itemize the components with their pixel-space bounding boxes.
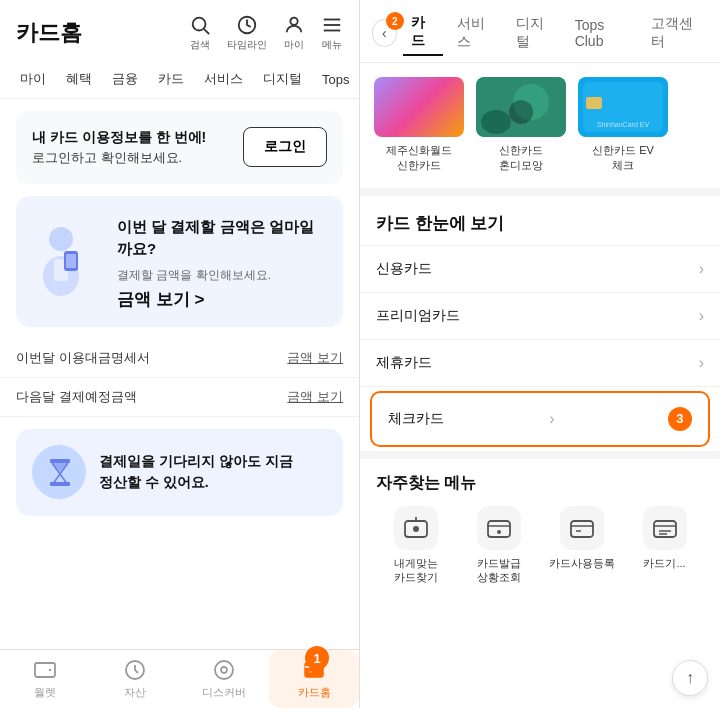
amount-button[interactable]: 금액 보기 >: [117, 288, 327, 311]
freq-item-3[interactable]: 카드사용등록: [542, 506, 621, 585]
search-icon-btn[interactable]: 검색: [189, 14, 211, 52]
svg-point-25: [509, 100, 533, 124]
tab-tops-club[interactable]: Tops Club: [567, 13, 637, 53]
svg-rect-36: [571, 521, 593, 537]
timeline-label: 타임라인: [227, 38, 267, 52]
my-label: 마이: [284, 38, 304, 52]
left-header: 카드홈 검색 타임라인 마이: [0, 0, 359, 60]
nav-digital[interactable]: 디지털: [255, 64, 310, 94]
svg-rect-21: [308, 671, 313, 673]
info-label-2: 다음달 결제예정금액: [16, 388, 137, 406]
right-header: ‹ 2 카드 서비스 디지털 Tops Club 고객센터: [360, 0, 720, 63]
svg-point-18: [221, 667, 227, 673]
page-title: 카드홈: [16, 18, 82, 48]
freq-icon-4: [643, 506, 687, 550]
nav-tops[interactable]: Tops: [314, 66, 357, 93]
info-row-2: 다음달 결제예정금액 금액 보기: [0, 378, 359, 417]
badge-1: 1: [305, 646, 329, 670]
freq-grid: 내게맞는카드찾기 카드발급상황조회 카드사용등록: [360, 502, 720, 593]
chevron-premium: ›: [699, 307, 704, 325]
section-divider-2: [360, 451, 720, 459]
card-name-2: 신한카드혼디모앙: [499, 143, 543, 174]
svg-rect-13: [50, 459, 70, 463]
payment-sub: 결제할 금액을 확인해보세요.: [117, 267, 327, 284]
menu-credit[interactable]: 신용카드 ›: [360, 246, 720, 293]
section-divider: [360, 188, 720, 196]
svg-line-1: [204, 29, 209, 34]
card-item-2[interactable]: 신한카드혼디모앙: [476, 77, 566, 174]
tab-customer[interactable]: 고객센터: [643, 11, 708, 55]
freq-item-1[interactable]: 내게맞는카드찾기: [376, 506, 455, 585]
svg-rect-28: [586, 97, 602, 109]
card-item-3[interactable]: ShinhanCard EV 신한카드 EV체크: [578, 77, 668, 174]
freq-item-4[interactable]: 카드기...: [625, 506, 704, 585]
freq-icon-2: [477, 506, 521, 550]
nav-cardhome-label: 카드홈: [298, 685, 331, 700]
payment-illustration: [26, 221, 106, 301]
menu-premium[interactable]: 프리미엄카드 ›: [360, 293, 720, 340]
chevron-affiliate: ›: [699, 354, 704, 372]
tab-service[interactable]: 서비스: [449, 11, 502, 55]
header-icons: 검색 타임라인 마이: [189, 14, 343, 52]
svg-rect-11: [66, 254, 76, 268]
login-sub-text: 로그인하고 확인해보세요.: [32, 148, 206, 168]
back-button[interactable]: ‹ 2: [372, 19, 397, 47]
menu-icon-btn[interactable]: 메뉴: [321, 14, 343, 52]
svg-point-31: [413, 526, 419, 532]
card-image-1: [374, 77, 464, 137]
freq-label-2: 카드발급상황조회: [477, 556, 521, 585]
nav-discover-label: 디스커버: [202, 685, 246, 700]
settlement-section: 결제일을 기다리지 않아도 지금정산할 수 있어요.: [16, 429, 343, 516]
login-main-text: 내 카드 이용정보를 한 번에!: [32, 127, 206, 148]
nav-service[interactable]: 서비스: [196, 64, 251, 94]
nav-wallet[interactable]: 월렛: [0, 650, 90, 708]
freq-label-4: 카드기...: [643, 556, 685, 570]
freq-icon-3: [560, 506, 604, 550]
card-carousel: 제주신화월드신한카드 신한카드혼디모앙: [360, 63, 720, 188]
nav-card[interactable]: 카드: [150, 64, 192, 94]
card-image-2: [476, 77, 566, 137]
menu-label: 메뉴: [322, 38, 342, 52]
nav-cardhome[interactable]: 1 카드홈: [269, 650, 359, 708]
settlement-illustration: [32, 445, 87, 500]
nav-mai[interactable]: 마이: [12, 64, 54, 94]
timeline-icon-btn[interactable]: 타임라인: [227, 14, 267, 52]
nav-asset-label: 자산: [124, 685, 146, 700]
card-section-title: 카드 한눈에 보기: [360, 196, 720, 245]
info-link-2[interactable]: 금액 보기: [287, 388, 343, 406]
menu-premium-label: 프리미엄카드: [376, 307, 460, 325]
menu-list: 신용카드 › 프리미엄카드 › 제휴카드 › 체크카드 › 3: [360, 245, 720, 451]
svg-point-23: [481, 110, 511, 134]
search-label: 검색: [190, 38, 210, 52]
menu-check[interactable]: 체크카드 › 3: [370, 391, 710, 447]
nav-discover[interactable]: 디스커버: [180, 650, 270, 708]
nav-finance[interactable]: 금융: [104, 64, 146, 94]
nav-asset[interactable]: 자산: [90, 650, 180, 708]
menu-affiliate-label: 제휴카드: [376, 354, 432, 372]
chevron-credit: ›: [699, 260, 704, 278]
payment-title: 이번 달 결제할 금액은 얼마일까요?: [117, 216, 327, 261]
svg-text:ShinhanCard EV: ShinhanCard EV: [597, 121, 649, 128]
chevron-check: ›: [549, 410, 554, 428]
freq-item-2[interactable]: 카드발급상황조회: [459, 506, 538, 585]
my-icon-btn[interactable]: 마이: [283, 14, 305, 52]
left-panel: 카드홈 검색 타임라인 마이: [0, 0, 360, 708]
svg-point-0: [193, 18, 206, 31]
tab-digital[interactable]: 디지털: [508, 11, 561, 55]
card-item-1[interactable]: 제주신화월드신한카드: [374, 77, 464, 174]
freq-label-3: 카드사용등록: [549, 556, 615, 570]
svg-rect-15: [35, 663, 55, 677]
menu-affiliate[interactable]: 제휴카드 ›: [360, 340, 720, 387]
left-nav: 마이 혜택 금융 카드 서비스 디지털 Tops ›: [0, 60, 359, 99]
login-section: 내 카드 이용정보를 한 번에! 로그인하고 확인해보세요. 로그인: [16, 111, 343, 184]
nav-benefit[interactable]: 혜택: [58, 64, 100, 94]
menu-credit-label: 신용카드: [376, 260, 432, 278]
payment-content: 이번 달 결제할 금액은 얼마일까요? 결제할 금액을 확인해보세요. 금액 보…: [117, 216, 327, 311]
info-link-1[interactable]: 금액 보기: [287, 349, 343, 367]
payment-section: 이번 달 결제할 금액은 얼마일까요? 결제할 금액을 확인해보세요. 금액 보…: [16, 196, 343, 327]
scroll-up-button[interactable]: ↑: [672, 660, 708, 696]
tab-card[interactable]: 카드: [403, 10, 443, 56]
card-image-3: ShinhanCard EV: [578, 77, 668, 137]
login-button[interactable]: 로그인: [243, 127, 327, 167]
badge-3: 3: [668, 407, 692, 431]
